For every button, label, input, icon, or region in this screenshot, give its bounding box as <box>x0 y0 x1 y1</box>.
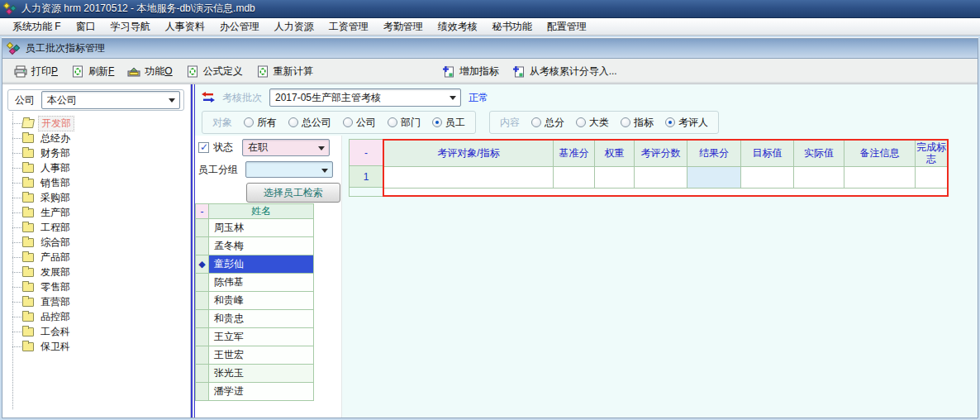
folder-icon <box>22 223 34 232</box>
menu-learning-nav[interactable]: 学习导航 <box>103 18 158 36</box>
row-indicator <box>196 219 209 237</box>
radio-icon <box>388 117 397 127</box>
refresh-button[interactable]: 刷新F <box>64 61 121 82</box>
tree-item-dept[interactable]: 财务部 <box>11 146 188 160</box>
employee-row[interactable]: 张光玉 <box>196 365 314 383</box>
radio-object-department[interactable]: 部门 <box>388 116 421 130</box>
folder-icon <box>22 164 34 173</box>
employee-row[interactable]: 王立军 <box>196 328 314 346</box>
menu-office-mgmt[interactable]: 办公管理 <box>212 18 267 36</box>
radio-icon <box>343 117 353 127</box>
employee-row[interactable]: 周玉林 <box>196 219 314 237</box>
name-grid-corner: - <box>196 204 209 219</box>
tree-item-dept[interactable]: 产品部 <box>11 250 188 265</box>
radio-content-total[interactable]: 总分 <box>531 116 564 130</box>
employee-row-selected[interactable]: 童彭仙 <box>196 255 314 274</box>
employee-row[interactable]: 和贵峰 <box>196 292 314 310</box>
tree-item-dept[interactable]: 直营部 <box>11 294 188 309</box>
radio-icon <box>288 117 298 127</box>
recalculate-button[interactable]: 重新计算 <box>250 61 320 82</box>
employee-row[interactable]: 陈伟基 <box>196 274 314 292</box>
tree-item-dept[interactable]: 保卫科 <box>11 339 188 354</box>
indicator-table-corner: - <box>350 140 383 166</box>
object-group-label: 对象 <box>212 116 232 130</box>
tree-item-dept[interactable]: 品控部 <box>11 309 188 324</box>
add-indicator-button[interactable]: 增加指标 <box>435 61 506 82</box>
menu-hr[interactable]: 人力资源 <box>267 18 321 36</box>
cell-weight[interactable] <box>595 167 635 189</box>
indicator-table-row-1[interactable] <box>384 167 947 189</box>
tree-item-dept[interactable]: 工程部 <box>11 220 188 235</box>
select-employee-search-button[interactable]: 选择员工检索 <box>246 183 340 203</box>
employee-row[interactable]: 潘学进 <box>196 383 314 401</box>
status-checkbox[interactable] <box>198 142 209 153</box>
tree-item-dept[interactable]: 发展部 <box>11 265 188 279</box>
employee-name-grid: - 姓名 周玉林 孟冬梅 童彭仙 陈伟基 和贵峰 和贵忠 王立军 王世宏 张光玉… <box>195 203 314 401</box>
company-select[interactable]: 本公司 <box>41 91 180 109</box>
tree-item-dept[interactable]: 总经办 <box>11 131 188 146</box>
radio-icon <box>576 117 586 127</box>
status-select[interactable]: 在职 <box>242 139 330 156</box>
content-group-label: 内容 <box>500 116 520 130</box>
radio-object-headquarters[interactable]: 总公司 <box>288 116 331 130</box>
import-from-assessment-button[interactable]: 从考核累计分导入... <box>506 61 624 82</box>
radio-object-company[interactable]: 公司 <box>343 116 376 130</box>
cell-result-score[interactable] <box>687 167 741 189</box>
formula-define-button[interactable]: 公式定义 <box>179 61 250 82</box>
batch-status-text: 正常 <box>469 91 488 105</box>
radio-content-assessor[interactable]: 考评人 <box>665 116 708 130</box>
radio-content-indicator[interactable]: 指标 <box>621 116 654 130</box>
folder-icon <box>22 238 34 247</box>
tree-item-dept[interactable]: 销售部 <box>11 175 188 190</box>
radio-icon <box>531 117 541 127</box>
tree-item-dept[interactable]: 人事部 <box>11 160 188 175</box>
cell-base-score[interactable] <box>554 167 595 189</box>
tree-item-dept[interactable]: 生产部 <box>11 205 188 220</box>
recalculate-icon <box>256 65 269 78</box>
row-indicator <box>196 365 209 383</box>
row-indicator <box>196 274 209 292</box>
radio-content-category[interactable]: 大类 <box>576 116 609 130</box>
cell-remarks[interactable] <box>844 167 916 189</box>
col-header-target: 考评对象/指标 <box>384 141 554 167</box>
radio-object-all[interactable]: 所有 <box>244 116 277 130</box>
cell-assess-score[interactable] <box>635 167 687 189</box>
menu-performance[interactable]: 绩效考核 <box>431 18 485 36</box>
col-header-result-score: 结果分 <box>687 141 741 167</box>
employee-row[interactable]: 和贵忠 <box>196 310 314 328</box>
folder-icon <box>22 179 34 188</box>
assessment-batch-select[interactable]: 2017-05生产部主管考核 <box>269 88 461 107</box>
add-page-icon <box>442 65 455 78</box>
row-indicator <box>196 383 209 401</box>
menu-window[interactable]: 窗口 <box>69 18 103 36</box>
import-page-icon <box>512 65 526 78</box>
print-button[interactable]: 打印P <box>7 61 64 82</box>
employee-row[interactable]: 王世宏 <box>196 346 314 365</box>
cell-target-value[interactable] <box>741 167 794 189</box>
menu-salary-mgmt[interactable]: 工资管理 <box>321 18 376 36</box>
folder-icon <box>22 313 34 322</box>
employee-group-select[interactable] <box>245 161 333 178</box>
indicator-table: - 1 考评对象/指标 基准分 权重 考评分数 结果分 目标值 实际值 备注信息 <box>349 139 949 197</box>
cell-complete-flag[interactable] <box>916 167 947 189</box>
name-column-header: 姓名 <box>209 204 314 219</box>
right-pane: 考核批次 2017-05生产部主管考核 正常 对象 所有 总公司 公司 部门 员… <box>195 84 978 418</box>
radio-object-employee[interactable]: 员工 <box>432 116 465 130</box>
menu-config-mgmt[interactable]: 配置管理 <box>540 18 594 36</box>
folder-icon <box>22 253 34 262</box>
menu-secretary[interactable]: 秘书功能 <box>485 18 540 36</box>
function-button[interactable]: 功能O <box>121 61 178 82</box>
tree-item-dept[interactable]: 零售部 <box>11 279 188 294</box>
folder-icon <box>22 134 34 143</box>
cell-target[interactable] <box>384 167 554 189</box>
tree-item-dept[interactable]: 开发部 <box>11 116 188 131</box>
tree-item-dept[interactable]: 综合部 <box>11 235 188 250</box>
employee-row[interactable]: 孟冬梅 <box>196 237 314 255</box>
tree-item-dept[interactable]: 工会科 <box>11 324 188 339</box>
menu-attendance-mgmt[interactable]: 考勤管理 <box>376 18 431 36</box>
menu-personnel-data[interactable]: 人事资料 <box>158 18 212 36</box>
refresh-icon <box>71 65 84 78</box>
menu-system[interactable]: 系统功能 F <box>5 18 69 36</box>
tree-item-dept[interactable]: 采购部 <box>11 190 188 205</box>
cell-actual-value[interactable] <box>794 167 844 189</box>
